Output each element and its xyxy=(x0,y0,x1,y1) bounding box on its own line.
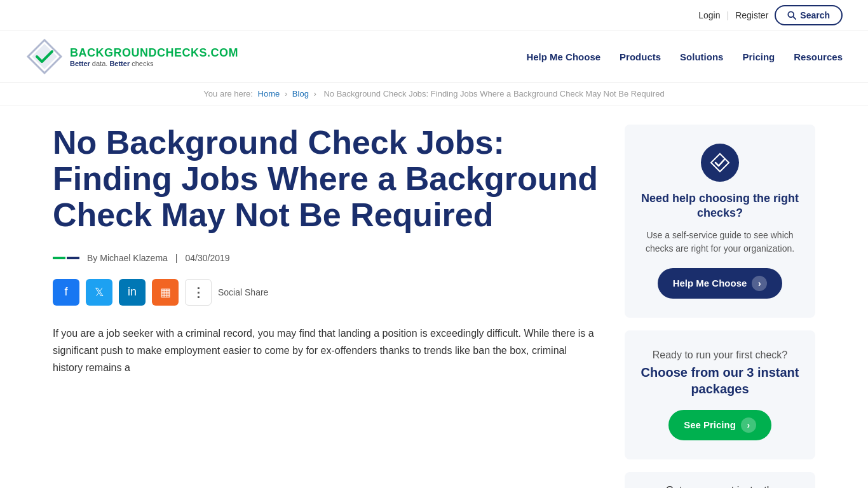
arrow-icon-pricing: › xyxy=(741,417,756,433)
card2-intro: Ready to run your first check? xyxy=(641,349,799,361)
author-bar xyxy=(53,257,79,259)
nav-help-me-choose[interactable]: Help Me Choose xyxy=(526,51,600,62)
social-share-label: Social Share xyxy=(218,287,268,297)
nav-products[interactable]: Products xyxy=(620,51,661,62)
you-are-here: You are here: xyxy=(203,89,253,98)
logo-title: BACKGROUNDCHECKS.COM xyxy=(70,46,238,60)
search-icon xyxy=(787,11,796,20)
author-sep: | xyxy=(175,253,178,263)
author-bar-blue xyxy=(67,257,79,259)
more-share-button[interactable]: ⋮ xyxy=(185,279,212,306)
help-me-choose-button-label: Help Me Choose xyxy=(673,278,747,288)
rss-icon: ▦ xyxy=(160,285,171,299)
sidebar-card-help: Need help choosing the right checks? Use… xyxy=(625,125,815,318)
logo-icon xyxy=(25,37,64,76)
divider: | xyxy=(727,10,729,20)
breadcrumb-home[interactable]: Home xyxy=(258,89,280,98)
article-body-text: If you are a job seeker with a criminal … xyxy=(53,325,599,377)
facebook-icon: f xyxy=(64,285,67,299)
article-body: If you are a job seeker with a criminal … xyxy=(53,325,599,377)
register-link[interactable]: Register xyxy=(735,10,768,20)
logo: BACKGROUNDCHECKS.COM Better data. Better… xyxy=(25,37,238,76)
svg-line-1 xyxy=(793,17,796,19)
nav-resources[interactable]: Resources xyxy=(794,51,843,62)
breadcrumb-current: No Background Check Jobs: Finding Jobs W… xyxy=(323,89,664,98)
card-icon-diamond xyxy=(701,144,739,182)
article: No Background Check Jobs: Finding Jobs W… xyxy=(53,125,599,488)
search-button-label: Search xyxy=(800,10,830,20)
sidebar-card-report: Get your report instantly xyxy=(625,472,815,488)
more-icon: ⋮ xyxy=(192,285,205,300)
author-bar-green xyxy=(53,257,65,259)
article-title: No Background Check Jobs: Finding Jobs W… xyxy=(53,125,599,234)
linkedin-icon: in xyxy=(128,285,137,299)
linkedin-share-button[interactable]: in xyxy=(119,279,146,306)
svg-marker-4 xyxy=(711,154,729,172)
arrow-icon: › xyxy=(752,276,767,291)
author-name: By Michael Klazema xyxy=(87,253,168,263)
author-line: By Michael Klazema | 04/30/2019 xyxy=(53,253,599,263)
card2-title: Choose from our 3 instant packages xyxy=(641,364,799,397)
twitter-icon: 𝕏 xyxy=(95,285,104,299)
card1-title: Need help choosing the right checks? xyxy=(641,191,799,221)
logo-text: BACKGROUNDCHECKS.COM Better data. Better… xyxy=(70,46,238,67)
sidebar: Need help choosing the right checks? Use… xyxy=(625,125,815,488)
nav-pricing[interactable]: Pricing xyxy=(742,51,775,62)
breadcrumb-blog[interactable]: Blog xyxy=(292,89,309,98)
card1-desc: Use a self-service guide to see which ch… xyxy=(641,229,799,255)
breadcrumb-sep1: › xyxy=(285,89,290,98)
twitter-share-button[interactable]: 𝕏 xyxy=(86,279,112,306)
social-share: f 𝕏 in ▦ ⋮ Social Share xyxy=(53,279,599,306)
help-me-choose-button[interactable]: Help Me Choose › xyxy=(658,268,783,299)
sidebar-card-pricing: Ready to run your first check? Choose fr… xyxy=(625,330,815,459)
article-date: 04/30/2019 xyxy=(185,253,229,263)
facebook-share-button[interactable]: f xyxy=(53,279,79,306)
login-link[interactable]: Login xyxy=(698,10,720,20)
card3-text: Get your report instantly xyxy=(641,485,799,488)
main-layout: No Background Check Jobs: Finding Jobs W… xyxy=(27,105,841,488)
breadcrumb-sep2: › xyxy=(314,89,319,98)
logo-subtitle: Better data. Better checks xyxy=(70,60,238,67)
breadcrumb: You are here: Home › Blog › No Backgroun… xyxy=(0,83,868,105)
see-pricing-button[interactable]: See Pricing › xyxy=(668,410,771,440)
rss-share-button[interactable]: ▦ xyxy=(152,279,179,306)
site-header: BACKGROUNDCHECKS.COM Better data. Better… xyxy=(0,31,868,83)
search-button[interactable]: Search xyxy=(775,5,843,25)
see-pricing-button-label: See Pricing xyxy=(684,419,736,430)
top-bar: Login | Register Search xyxy=(0,0,868,31)
nav-solutions[interactable]: Solutions xyxy=(680,51,723,62)
diamond-check-icon xyxy=(710,152,730,173)
main-nav: Help Me Choose Products Solutions Pricin… xyxy=(526,51,843,62)
